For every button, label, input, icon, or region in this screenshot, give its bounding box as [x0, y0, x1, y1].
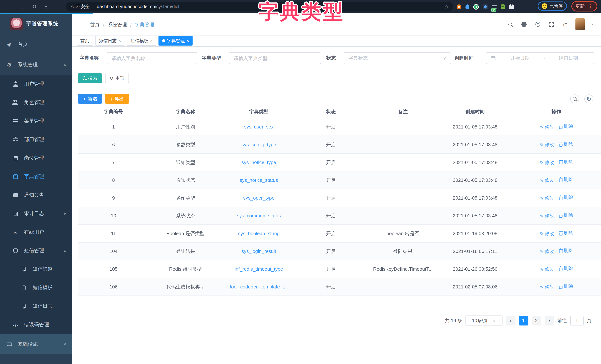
forward-icon[interactable]: [19, 3, 24, 10]
help-icon[interactable]: [534, 21, 541, 27]
page-size-select[interactable]: 10条/页: [465, 315, 502, 326]
delete-link[interactable]: 删除: [559, 283, 573, 290]
edit-link[interactable]: 修改: [540, 177, 554, 184]
diamond-extension-icon[interactable]: [483, 4, 488, 9]
adblock-extension-icon[interactable]: [457, 4, 461, 9]
fullscreen-icon[interactable]: [548, 21, 555, 27]
bookmark-star-icon[interactable]: ☆: [445, 4, 449, 10]
tab-item-2[interactable]: 短信模板×: [127, 36, 156, 46]
sidebar-item-home[interactable]: 首页: [0, 34, 72, 54]
column-header: 字典编号: [78, 106, 149, 118]
sidebar-item-sms[interactable]: 短信管理: [0, 242, 72, 260]
sidebar-item-infra[interactable]: 基础设施: [0, 334, 72, 354]
delete-link[interactable]: 删除: [559, 141, 573, 148]
close-icon[interactable]: ×: [150, 39, 152, 43]
dict-type-input[interactable]: [229, 52, 321, 64]
tab-home[interactable]: 首页: [77, 36, 93, 46]
browser-menu-icon[interactable]: [588, 3, 593, 9]
delete-link[interactable]: 删除: [559, 123, 573, 130]
sidebar-item-menu[interactable]: 菜单管理: [0, 112, 72, 130]
dict-type-link[interactable]: sys_common_status: [237, 213, 281, 219]
list-extension-icon[interactable]: on: [492, 5, 497, 8]
sidebar-item-dept[interactable]: 部门管理: [0, 130, 72, 149]
sidebar-item-role[interactable]: 角色管理: [0, 93, 72, 112]
edit-link[interactable]: 修改: [540, 160, 554, 166]
avatar[interactable]: [576, 18, 585, 30]
drop-extension-icon[interactable]: [465, 4, 469, 9]
sidebar-item-dict[interactable]: 字典管理: [0, 167, 72, 186]
sidebar-item-sms-log[interactable]: 短信日志: [0, 297, 72, 315]
delete-link[interactable]: 删除: [559, 195, 573, 201]
url-host: dashboard.yudao.iocoder.cn: [97, 4, 155, 9]
dict-type-link[interactable]: sys_notice_type: [242, 160, 276, 165]
sidebar-item-error-code[interactable]: 错误码管理: [0, 315, 72, 334]
dict-type-link[interactable]: sys_user_sex: [244, 124, 274, 130]
sidebar-item-sms-channel[interactable]: 短信渠道: [0, 260, 72, 278]
breadcrumb-item[interactable]: 首页: [90, 21, 100, 28]
table-search-toggle-button[interactable]: [570, 94, 579, 103]
green-extension-icon[interactable]: [473, 4, 479, 10]
dict-type-link[interactable]: sys_notice_status: [240, 177, 278, 183]
edit-link[interactable]: 修改: [540, 231, 554, 237]
page-button-1[interactable]: 1: [519, 316, 528, 325]
delete-link[interactable]: 删除: [559, 212, 573, 219]
delete-link[interactable]: 删除: [559, 159, 573, 165]
close-icon[interactable]: ×: [187, 39, 189, 43]
edit-link[interactable]: 修改: [540, 213, 554, 219]
robot-extension-icon[interactable]: [501, 4, 505, 9]
close-icon[interactable]: ×: [119, 39, 121, 43]
sidebar-item-online-user[interactable]: 在线用户: [0, 223, 72, 242]
table-refresh-button[interactable]: [584, 94, 593, 103]
tab-item-1[interactable]: 短信日志×: [95, 36, 125, 46]
back-icon[interactable]: [5, 3, 11, 10]
breadcrumb-item[interactable]: 系统管理: [108, 21, 127, 28]
delete-link[interactable]: 删除: [559, 177, 573, 183]
sidebar-item-post[interactable]: 岗位管理: [0, 149, 72, 167]
edit-link[interactable]: 修改: [540, 195, 554, 202]
tab-item-3[interactable]: 字典管理×: [159, 36, 193, 46]
phone-icon: [21, 266, 27, 272]
page-button-2[interactable]: 2: [531, 316, 541, 325]
sidebar-item-sms-template[interactable]: 短信模板: [0, 278, 72, 297]
sidebar-item-audit-log[interactable]: 审计日志: [0, 204, 72, 223]
sidebar-item-notice[interactable]: 通知公告: [0, 186, 72, 204]
edit-link[interactable]: 修改: [540, 124, 554, 130]
cell-name: 登陆结果: [149, 242, 222, 260]
edit-link[interactable]: 修改: [540, 142, 554, 148]
font-size-icon[interactable]: [562, 21, 569, 27]
search-icon[interactable]: [507, 21, 514, 27]
delete-link[interactable]: 删除: [559, 230, 573, 236]
dict-type-link[interactable]: tool_codegen_template_t...: [230, 284, 288, 290]
goto-page-input[interactable]: [570, 316, 583, 325]
home-icon[interactable]: [44, 3, 48, 10]
chrome-update-button[interactable]: 更新: [571, 1, 597, 11]
dict-name-input[interactable]: [107, 52, 197, 64]
dict-type-link[interactable]: sys_login_result: [242, 248, 276, 254]
dashboard-icon: [6, 41, 13, 47]
edit-link[interactable]: 修改: [540, 266, 554, 273]
dict-type-link[interactable]: sys_oper_type: [243, 195, 274, 201]
prev-page-button[interactable]: ‹: [506, 316, 515, 325]
export-button[interactable]: 导出: [105, 94, 129, 104]
date-range-picker[interactable]: 开始日期 - 结束日期: [486, 52, 594, 64]
dict-type-link[interactable]: inf_redis_timeout_type: [235, 266, 283, 272]
edit-link[interactable]: 修改: [540, 284, 554, 290]
status-select[interactable]: 字典状态: [344, 52, 451, 64]
sidebar-item-system[interactable]: 系统管理: [0, 54, 72, 75]
reload-icon[interactable]: [32, 3, 37, 10]
edit-link[interactable]: 修改: [540, 248, 554, 255]
dict-type-link[interactable]: sys_boolean_string: [238, 231, 280, 236]
github-icon[interactable]: [521, 21, 528, 27]
search-button[interactable]: 搜索: [78, 73, 102, 83]
dict-type-link[interactable]: sys_config_type: [242, 142, 276, 147]
avatar-caret-icon[interactable]: [592, 22, 594, 26]
paused-badge[interactable]: 已暂停: [538, 1, 567, 11]
delete-link[interactable]: 删除: [559, 248, 573, 254]
breadcrumb-item[interactable]: 字典管理: [135, 21, 154, 28]
next-page-button[interactable]: ›: [544, 316, 554, 325]
add-button[interactable]: 新增: [78, 94, 102, 104]
sidebar-item-user[interactable]: 用户管理: [0, 75, 72, 93]
reset-button[interactable]: 重置: [105, 73, 129, 83]
extensions-puzzle-icon[interactable]: [509, 4, 514, 9]
delete-link[interactable]: 删除: [559, 266, 573, 272]
